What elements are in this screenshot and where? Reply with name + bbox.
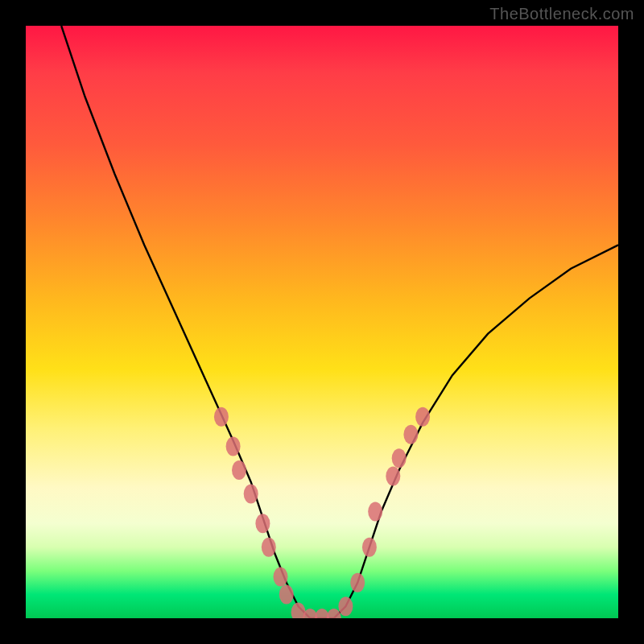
bottleneck-curve	[61, 26, 618, 618]
plot-area	[26, 26, 618, 618]
highlight-dots	[214, 407, 430, 618]
marker-dot	[279, 585, 294, 605]
marker-dot	[262, 538, 276, 557]
marker-dot	[368, 502, 382, 522]
marker-dot	[392, 448, 407, 468]
marker-dot	[403, 425, 418, 444]
marker-dot	[415, 407, 430, 427]
marker-dot	[255, 514, 270, 533]
marker-dot	[350, 573, 365, 592]
marker-dot	[226, 437, 241, 456]
marker-dot	[327, 609, 341, 618]
watermark-text: TheBottleneck.com	[489, 5, 634, 23]
marker-dot	[244, 484, 258, 503]
chart-container: TheBottleneck.com	[0, 0, 644, 644]
marker-dot	[338, 597, 353, 616]
marker-dot	[386, 466, 400, 485]
marker-dot	[274, 568, 288, 587]
marker-dot	[214, 407, 229, 427]
marker-dot	[362, 538, 377, 557]
bottleneck-curve-svg	[26, 26, 618, 618]
marker-dot	[232, 460, 246, 480]
